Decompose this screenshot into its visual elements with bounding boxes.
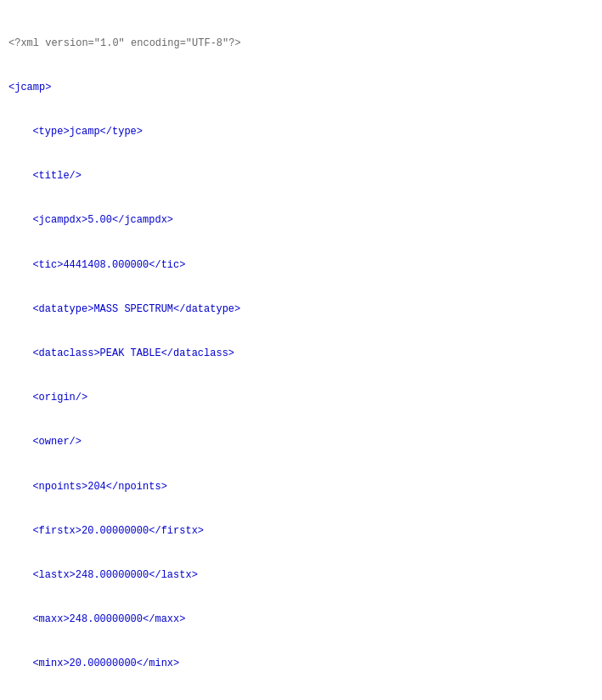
xml-line-7: <dataclass>PEAK TABLE</dataclass> bbox=[8, 347, 594, 361]
xml-line-6: <datatype>MASS SPECTRUM</datatype> bbox=[8, 302, 594, 317]
xml-line-8: <origin/> bbox=[8, 391, 594, 405]
xml-line-9: <owner/> bbox=[8, 435, 594, 449]
xml-line-4: <jcampdx>5.00</jcampdx> bbox=[8, 213, 594, 228]
xml-line-12: <lastx>248.00000000</lastx> bbox=[8, 568, 594, 583]
xml-line-10: <npoints>204</npoints> bbox=[8, 480, 594, 494]
xml-line-3: <title/> bbox=[8, 169, 594, 183]
xml-line-13: <maxx>248.00000000</maxx> bbox=[8, 612, 594, 627]
xml-line-2: <type>jcamp</type> bbox=[8, 125, 594, 139]
xml-viewer: <?xml version="1.0" encoding="UTF-8"?> <… bbox=[8, 7, 594, 700]
xml-line-14: <minx>20.00000000</minx> bbox=[8, 657, 594, 671]
xml-line-1: <jcamp> bbox=[8, 81, 594, 95]
xml-line-11: <firstx>20.00000000</firstx> bbox=[8, 524, 594, 539]
xml-line-0: <?xml version="1.0" encoding="UTF-8"?> bbox=[8, 37, 594, 51]
xml-line-5: <tic>4441408.000000</tic> bbox=[8, 258, 594, 273]
